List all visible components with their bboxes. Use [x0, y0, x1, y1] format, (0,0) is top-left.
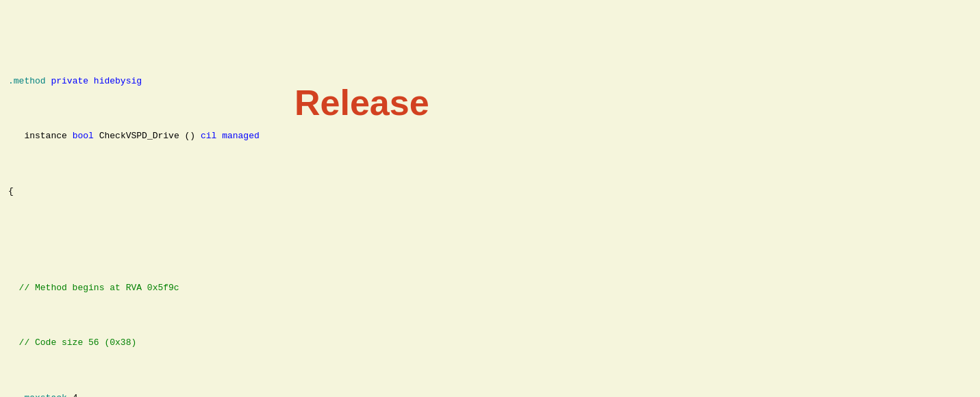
- code-line: // Code size 56 (0x38): [8, 336, 972, 350]
- code-line: {: [8, 185, 972, 198]
- code-line: .maxstack 4: [8, 392, 972, 397]
- code-line: // Method begins at RVA 0x5f9c: [8, 281, 972, 295]
- code-line: instance bool CheckVSPD_Drive () cil man…: [8, 129, 972, 143]
- code-line: .method private hidebysig: [8, 75, 972, 88]
- code-viewer: Release .method private hidebysig instan…: [0, 0, 980, 397]
